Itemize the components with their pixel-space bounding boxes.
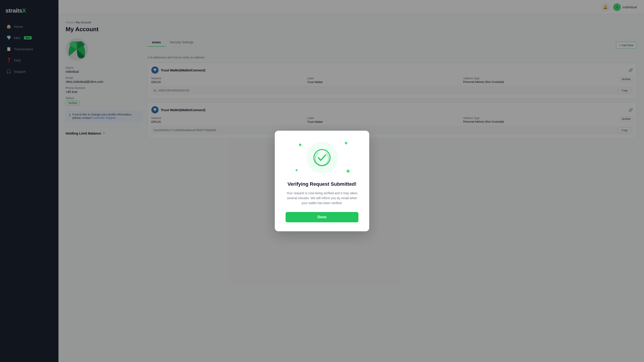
sparkle-1: [298, 143, 302, 146]
svg-point-3: [314, 150, 330, 166]
checkmark-icon: [313, 149, 331, 167]
success-modal: Verifying Request Submitted! Your reques…: [275, 131, 369, 231]
modal-description: Your request is now being verified and i…: [286, 191, 358, 206]
sparkle-3: [295, 169, 298, 171]
modal-overlay: Verifying Request Submitted! Your reques…: [0, 0, 644, 362]
check-circle: [306, 142, 338, 173]
sparkle-4: [346, 169, 350, 173]
done-button[interactable]: Done: [286, 212, 358, 222]
modal-title: Verifying Request Submitted!: [286, 181, 358, 187]
modal-icon-area: [286, 140, 358, 176]
sparkle-2: [344, 142, 348, 145]
